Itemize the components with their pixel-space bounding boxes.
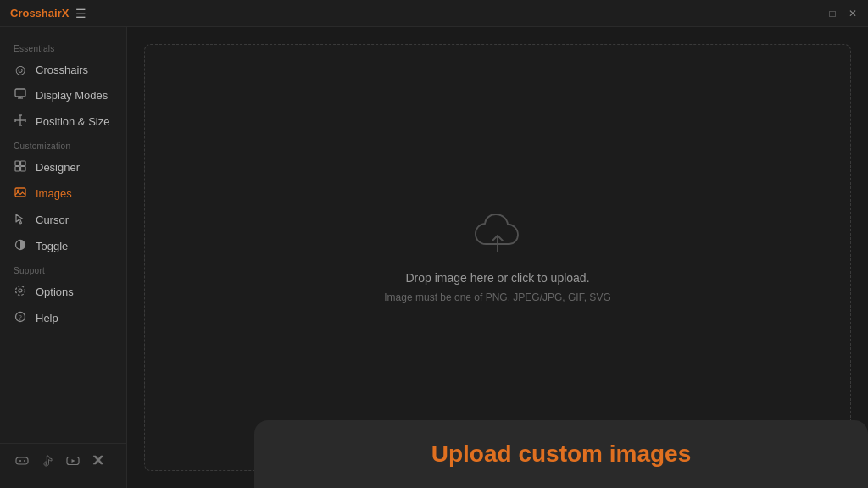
- app-title-x: X: [62, 7, 70, 19]
- svg-rect-12: [21, 167, 26, 172]
- crosshairs-icon: ◎: [14, 63, 27, 76]
- titlebar-left: CrosshairX ☰: [10, 7, 86, 20]
- svg-rect-20: [16, 458, 28, 464]
- svg-rect-0: [15, 89, 25, 97]
- sidebar-item-help[interactable]: ? Help: [0, 305, 126, 331]
- twitter-icon[interactable]: [90, 452, 107, 469]
- images-icon: [14, 186, 27, 201]
- sidebar-item-label-options: Options: [36, 286, 74, 298]
- svg-rect-13: [15, 188, 25, 197]
- close-button[interactable]: ✕: [848, 8, 858, 19]
- sidebar-item-label-help: Help: [36, 312, 58, 324]
- sidebar-item-designer[interactable]: Designer: [0, 154, 126, 180]
- upload-main-text: Drop image here or click to upload.: [405, 271, 589, 285]
- sidebar-item-label-images: Images: [36, 187, 72, 200]
- sidebar: Essentials ◎ Crosshairs Display Modes: [0, 27, 127, 488]
- social-links: [0, 443, 126, 478]
- main-layout: Essentials ◎ Crosshairs Display Modes: [0, 27, 868, 488]
- display-modes-icon: [14, 88, 27, 103]
- minimize-button[interactable]: —: [807, 8, 817, 19]
- sidebar-item-display-modes[interactable]: Display Modes: [0, 82, 126, 108]
- content-area: Drop image here or click to upload. Imag…: [127, 27, 868, 488]
- maximize-button[interactable]: □: [827, 8, 837, 19]
- sidebar-item-label-display-modes: Display Modes: [36, 89, 108, 102]
- app-title: CrosshairX: [10, 7, 69, 19]
- sidebar-item-toggle[interactable]: Toggle: [0, 233, 126, 259]
- help-icon: ?: [14, 311, 27, 325]
- svg-point-14: [17, 190, 19, 192]
- bottom-banner: Upload custom images: [254, 420, 868, 488]
- upload-dropzone[interactable]: Drop image here or click to upload. Imag…: [144, 44, 851, 471]
- svg-rect-11: [15, 167, 20, 172]
- bottom-banner-text: Upload custom images: [431, 441, 692, 468]
- tiktok-icon[interactable]: [39, 452, 56, 469]
- sidebar-item-position-size[interactable]: Position & Size: [0, 108, 126, 135]
- svg-point-17: [16, 286, 25, 296]
- menu-icon[interactable]: ☰: [75, 7, 86, 20]
- titlebar: CrosshairX ☰ — □ ✕: [0, 0, 868, 27]
- sidebar-item-label-designer: Designer: [36, 161, 80, 174]
- sidebar-item-label-cursor: Cursor: [36, 214, 69, 226]
- sidebar-item-crosshairs[interactable]: ◎ Crosshairs: [0, 57, 126, 82]
- upload-cloud-icon: [472, 212, 523, 259]
- youtube-icon[interactable]: [64, 452, 81, 469]
- sidebar-item-cursor[interactable]: Cursor: [0, 207, 126, 233]
- app-title-crosshair: Crosshair: [10, 7, 62, 19]
- gamepad-icon[interactable]: [14, 452, 31, 469]
- upload-sub-text: Image must be one of PNG, JPEG/JPG, GIF,…: [384, 291, 610, 303]
- sidebar-item-images[interactable]: Images: [0, 180, 126, 207]
- sidebar-item-label-position-size: Position & Size: [36, 115, 109, 128]
- sidebar-item-label-toggle: Toggle: [36, 240, 68, 252]
- svg-text:?: ?: [19, 314, 22, 322]
- sidebar-item-options[interactable]: Options: [0, 279, 126, 305]
- svg-rect-9: [15, 161, 20, 166]
- position-size-icon: [14, 114, 27, 129]
- support-label: Support: [0, 259, 126, 279]
- essentials-label: Essentials: [0, 37, 126, 57]
- options-icon: [14, 285, 27, 299]
- svg-rect-10: [21, 161, 26, 166]
- customization-label: Customization: [0, 135, 126, 154]
- toggle-icon: [14, 239, 27, 253]
- svg-point-16: [19, 289, 22, 292]
- designer-icon: [14, 160, 27, 175]
- sidebar-item-label-crosshairs: Crosshairs: [36, 64, 88, 76]
- svg-point-23: [24, 460, 25, 462]
- cursor-icon: [14, 213, 27, 227]
- window-controls: — □ ✕: [807, 8, 858, 19]
